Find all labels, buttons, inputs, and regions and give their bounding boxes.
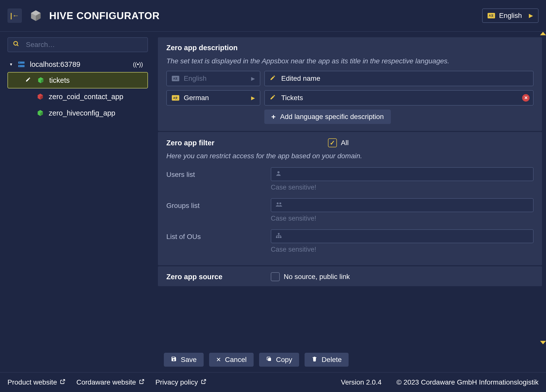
filter-field-row: Groups list Case sensitive! bbox=[158, 198, 542, 227]
language-selector[interactable]: A文 English ▶ bbox=[482, 8, 539, 23]
search-wrap bbox=[7, 37, 148, 52]
description-input[interactable] bbox=[264, 71, 534, 86]
filter-all-label: All bbox=[341, 139, 349, 147]
signal-icon: ((•)) bbox=[133, 61, 144, 68]
external-icon bbox=[139, 379, 144, 386]
scroll-down-indicator bbox=[540, 341, 546, 344]
edit-icon bbox=[25, 77, 33, 84]
filter-group-input[interactable] bbox=[271, 198, 534, 212]
edit-icon bbox=[270, 75, 276, 82]
sidebar-item-label: zero_hiveconfig_app bbox=[49, 109, 115, 117]
sidebar-item-tickets[interactable]: tickets bbox=[7, 72, 148, 88]
cancel-button[interactable]: ✕ Cancel bbox=[209, 353, 254, 367]
cordaware-website-link[interactable]: Cordaware website bbox=[76, 378, 144, 386]
main-content: Zero app description The set text is dis… bbox=[155, 32, 546, 372]
description-panel-title: Zero app description bbox=[166, 44, 534, 52]
clear-button[interactable]: ✕ bbox=[522, 94, 530, 102]
add-language-description-button[interactable]: + Add language specific description bbox=[264, 110, 391, 124]
save-button[interactable]: Save bbox=[164, 353, 204, 367]
description-input-wrap: ✕ bbox=[264, 90, 534, 106]
language-badge-icon: A文 bbox=[172, 95, 179, 101]
sidebar-item-label: zero_coid_contact_app bbox=[49, 93, 123, 101]
filter-field-label: Groups list bbox=[166, 202, 200, 209]
svg-point-20 bbox=[279, 202, 281, 204]
filter-panel-subtitle: Here you can restrict access for the app… bbox=[166, 151, 534, 161]
search-input[interactable] bbox=[7, 37, 148, 52]
cube-icon bbox=[36, 93, 44, 101]
action-bar: Save ✕ Cancel Copy Delete bbox=[158, 347, 544, 372]
svg-point-8 bbox=[19, 66, 20, 67]
chevron-right-icon: ▶ bbox=[251, 95, 255, 101]
edit-icon bbox=[270, 94, 276, 102]
description-input[interactable] bbox=[264, 90, 534, 106]
sidebar-item-zero_coid_contact_app[interactable]: zero_coid_contact_app bbox=[7, 88, 148, 105]
org-icon bbox=[275, 232, 282, 240]
cube-icon bbox=[36, 109, 44, 117]
user-icon bbox=[275, 170, 282, 178]
product-website-link[interactable]: Product website bbox=[7, 378, 65, 386]
language-badge-icon: A文 bbox=[172, 76, 179, 81]
sidebar-item-zero_hiveconfig_app[interactable]: zero_hiveconfig_app bbox=[7, 105, 148, 121]
checkbox-icon bbox=[328, 138, 337, 147]
language-badge-icon: A文 bbox=[488, 13, 495, 18]
version-label: Version 2.0.4 bbox=[341, 378, 381, 386]
cancel-label: Cancel bbox=[225, 356, 247, 364]
header: |← HIVE CONFIGURATOR A文 English ▶ bbox=[0, 0, 546, 32]
filter-panel: Zero app filter All Here you can restric… bbox=[158, 132, 542, 265]
svg-rect-24 bbox=[280, 236, 281, 238]
language-label: English bbox=[499, 12, 522, 20]
svg-point-7 bbox=[19, 62, 20, 63]
external-icon bbox=[60, 379, 65, 386]
filter-field-row: List of OUs Case sensitive! bbox=[158, 229, 542, 258]
filter-all-checkbox-wrap[interactable]: All bbox=[328, 138, 349, 147]
copy-icon bbox=[266, 356, 272, 363]
filter-hint-label: Case sensitive! bbox=[271, 184, 534, 191]
footer: Product website Cordaware website Privac… bbox=[0, 372, 546, 392]
tree-root-node[interactable]: ▾ localhost:63789 ((•)) bbox=[7, 57, 148, 72]
add-language-description-label: Add language specific description bbox=[280, 113, 384, 121]
chevron-right-icon: ▶ bbox=[529, 12, 533, 19]
privacy-policy-link[interactable]: Privacy policy bbox=[155, 378, 206, 386]
copy-button[interactable]: Copy bbox=[259, 353, 299, 367]
source-panel-title: Zero app source bbox=[166, 273, 271, 281]
filter-hint-label: Case sensitive! bbox=[271, 215, 534, 222]
language-select-german[interactable]: A文 German ▶ bbox=[166, 90, 260, 106]
filter-field-row: Users list Case sensitive! bbox=[158, 167, 542, 196]
search-icon bbox=[13, 41, 19, 49]
footer-link-label: Privacy policy bbox=[155, 378, 198, 386]
app-logo-icon bbox=[29, 9, 43, 23]
no-source-label: No source, public link bbox=[284, 273, 350, 281]
tree-root-label: localhost:63789 bbox=[30, 60, 80, 69]
svg-rect-30 bbox=[268, 358, 271, 361]
svg-rect-23 bbox=[278, 236, 279, 238]
description-input-wrap bbox=[264, 71, 534, 86]
description-panel: Zero app description The set text is dis… bbox=[158, 37, 542, 131]
collapse-left-icon: |← bbox=[10, 12, 19, 20]
description-row: A文 German ▶ ✕ bbox=[166, 90, 534, 106]
filter-user-input[interactable] bbox=[271, 167, 534, 181]
source-panel: Zero app source No source, public link bbox=[158, 266, 542, 286]
delete-button[interactable]: Delete bbox=[305, 353, 349, 367]
language-name-label: English bbox=[184, 75, 207, 82]
footer-link-label: Product website bbox=[7, 378, 57, 386]
svg-rect-22 bbox=[276, 236, 277, 238]
language-name-label: German bbox=[184, 94, 209, 102]
app-title: HIVE CONFIGURATOR bbox=[49, 10, 160, 21]
no-source-checkbox-wrap[interactable]: No source, public link bbox=[271, 272, 350, 281]
svg-line-4 bbox=[17, 45, 18, 46]
sidebar: ▾ localhost:63789 ((•)) tickets zero_coi… bbox=[0, 32, 155, 372]
language-select-english[interactable]: A文 English ▶ bbox=[166, 71, 260, 86]
caret-down-icon: ▾ bbox=[10, 62, 17, 67]
svg-rect-6 bbox=[18, 65, 25, 67]
copy-label: Copy bbox=[276, 356, 292, 364]
copyright-label: © 2023 Cordaware GmbH Informationslogist… bbox=[396, 378, 539, 386]
scroll-up-indicator bbox=[540, 32, 546, 35]
footer-link-label: Cordaware website bbox=[76, 378, 136, 386]
group-icon bbox=[275, 201, 283, 209]
svg-point-19 bbox=[277, 202, 279, 204]
svg-rect-21 bbox=[278, 233, 279, 235]
filter-hint-label: Case sensitive! bbox=[271, 246, 534, 253]
sidebar-toggle-button[interactable]: |← bbox=[7, 8, 22, 23]
close-icon: ✕ bbox=[216, 356, 221, 363]
filter-org-input[interactable] bbox=[271, 229, 534, 243]
